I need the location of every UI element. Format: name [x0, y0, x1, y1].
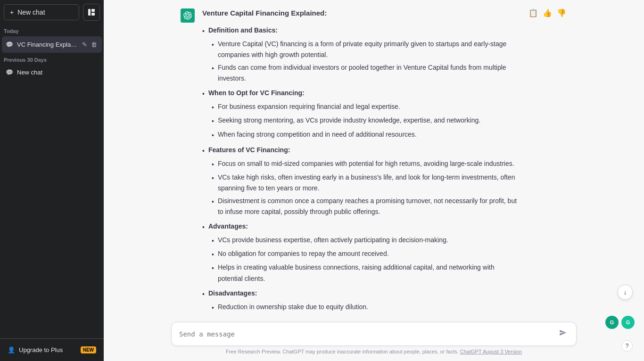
- chat-item-label: VC Financing Explained: [17, 41, 77, 48]
- features-text-2: VCs take high risks, often investing ear…: [218, 172, 520, 194]
- main-content: Venture Capital Financing Explained: • D…: [104, 0, 644, 361]
- section-advantages: • Advantages: • VCs provide business exp…: [202, 221, 520, 284]
- section-heading-features: • Features of VC Financing:: [202, 145, 520, 156]
- message-input[interactable]: [179, 330, 557, 338]
- footer-link[interactable]: ChatGPT August 3 Version: [460, 349, 522, 354]
- grammarly-button[interactable]: G: [621, 316, 635, 329]
- section-definition: • Definition and Basics: • Venture Capit…: [202, 25, 520, 84]
- chat-item-actions: ✎ 🗑: [81, 40, 98, 49]
- when-text-2: Seeking strong mentoring, as VCs provide…: [218, 115, 480, 127]
- copy-button[interactable]: 📋: [528, 8, 539, 18]
- previous-section-label: Previous 30 Days: [0, 53, 104, 65]
- features-item-3: • Disinvestment is common once a company…: [212, 196, 520, 217]
- section-features: • Features of VC Financing: • Focus on s…: [202, 145, 520, 218]
- section-heading-disadvantages: • Disadvantages:: [202, 288, 520, 300]
- features-text-1: Focus on small to mid-sized companies wi…: [218, 158, 514, 170]
- features-heading: Features of VC Financing:: [208, 145, 290, 156]
- question-mark-icon: ?: [626, 343, 629, 349]
- advantages-text-3: Helps in creating valuable business conn…: [218, 262, 520, 284]
- section-disadvantages: • Disadvantages: • Reduction in ownershi…: [202, 288, 520, 316]
- send-button[interactable]: [557, 328, 569, 340]
- today-section-label: Today: [0, 25, 104, 36]
- send-icon: [559, 329, 567, 336]
- message-row: Venture Capital Financing Explained: • D…: [171, 0, 577, 316]
- advantages-item-3: • Helps in creating valuable business co…: [212, 262, 520, 284]
- disadvantages-text-1: Reduction in ownership stake due to equi…: [218, 302, 368, 313]
- new-badge: NEW: [81, 346, 96, 353]
- definition-text-1: Venture Capital (VC) financing is a form…: [218, 39, 520, 60]
- svg-rect-2: [91, 13, 95, 16]
- when-item-2: • Seeking strong mentoring, as VCs provi…: [212, 115, 520, 127]
- layout-icon: [88, 8, 95, 16]
- arrow-down-icon: ↓: [624, 288, 627, 296]
- bullet-dot-3: •: [202, 89, 205, 99]
- chat-icon: 💬: [6, 41, 13, 48]
- delete-chat-button[interactable]: 🗑: [90, 40, 98, 49]
- sidebar-bottom: 👤 Upgrade to Plus NEW: [0, 338, 104, 361]
- when-heading: When to Opt for VC Financing:: [208, 88, 305, 99]
- scroll-down-button[interactable]: ↓: [618, 285, 633, 300]
- definition-item-2: • Funds can come from individual investo…: [212, 62, 520, 84]
- edit-chat-button[interactable]: ✎: [81, 40, 88, 49]
- help-button[interactable]: ?: [621, 340, 633, 352]
- when-item-3: • When facing strong competition and in …: [212, 129, 520, 141]
- upgrade-label: Upgrade to Plus: [19, 346, 63, 353]
- sub-bullet-dot-2: •: [212, 63, 214, 84]
- sidebar-top: + New chat: [0, 0, 104, 25]
- grammar-icon-button[interactable]: G: [605, 316, 619, 329]
- thumbs-up-button[interactable]: 👍: [542, 8, 553, 18]
- chat-item-vc-financing[interactable]: 💬 VC Financing Explained ✎ 🗑: [2, 36, 102, 53]
- when-text-3: When facing strong competition and in ne…: [218, 129, 417, 141]
- definition-item-1: • Venture Capital (VC) financing is a fo…: [212, 39, 520, 60]
- sidebar-toggle-button[interactable]: [83, 4, 100, 21]
- heading-text: Definition and Basics:: [208, 25, 278, 37]
- footer-main-text: Free Research Preview. ChatGPT may produ…: [226, 349, 459, 354]
- message-actions: 📋 👍 👎: [528, 8, 567, 316]
- advantages-heading: Advantages:: [208, 221, 248, 233]
- advantages-item-2: • No obligation for companies to repay t…: [212, 248, 520, 260]
- disadvantages-heading: Disadvantages:: [208, 288, 257, 300]
- sub-bullet-dot: •: [212, 40, 214, 60]
- advantages-item-1: • VCs provide business expertise, often …: [212, 235, 520, 246]
- input-right-icons: G G: [605, 316, 635, 329]
- plus-icon: +: [10, 8, 14, 16]
- definition-text-2: Funds can come from individual investors…: [218, 62, 520, 84]
- input-area: Free Research Preview. ChatGPT may produ…: [104, 316, 644, 361]
- svg-rect-0: [88, 9, 91, 16]
- sidebar: + New chat Today 💬 VC Financing Explaine…: [0, 0, 104, 361]
- advantages-text-2: No obligation for companies to repay the…: [218, 248, 389, 260]
- new-chat-button[interactable]: + New chat: [4, 4, 79, 20]
- assistant-avatar: [181, 8, 195, 23]
- new-chat-label: New chat: [17, 8, 45, 16]
- section-when: • When to Opt for VC Financing: • For bu…: [202, 88, 520, 140]
- when-item-1: • For business expansion requiring finan…: [212, 101, 520, 113]
- thumbs-down-button[interactable]: 👎: [556, 8, 567, 18]
- chat-icon-2: 💬: [6, 69, 13, 76]
- footer-text: Free Research Preview. ChatGPT may produ…: [171, 346, 577, 357]
- features-item-1: • Focus on small to mid-sized companies …: [212, 158, 520, 170]
- chat-area[interactable]: Venture Capital Financing Explained: • D…: [104, 0, 644, 316]
- section-heading-when: • When to Opt for VC Financing:: [202, 88, 520, 99]
- advantages-text-1: VCs provide business expertise, often ac…: [218, 235, 448, 246]
- user-icon: 👤: [8, 346, 15, 353]
- svg-rect-1: [91, 9, 95, 12]
- input-container: [171, 322, 577, 346]
- message-content: Venture Capital Financing Explained: • D…: [202, 8, 520, 316]
- section-heading-advantages: • Advantages:: [202, 221, 520, 233]
- message-title: Venture Capital Financing Explained:: [202, 8, 520, 19]
- chat-item-label-2: New chat: [17, 69, 98, 76]
- disadvantages-item-1: • Reduction in ownership stake due to eq…: [212, 302, 520, 313]
- chatgpt-logo: [183, 11, 192, 20]
- features-item-2: • VCs take high risks, often investing e…: [212, 172, 520, 194]
- upgrade-to-plus-button[interactable]: 👤 Upgrade to Plus NEW: [4, 343, 100, 357]
- bullet-dot: •: [202, 26, 205, 37]
- chat-item-new-chat[interactable]: 💬 New chat: [2, 65, 102, 80]
- section-heading-definition: • Definition and Basics:: [202, 25, 520, 37]
- when-text-1: For business expansion requiring financi…: [218, 101, 400, 113]
- features-text-3: Disinvestment is common once a company r…: [218, 196, 520, 217]
